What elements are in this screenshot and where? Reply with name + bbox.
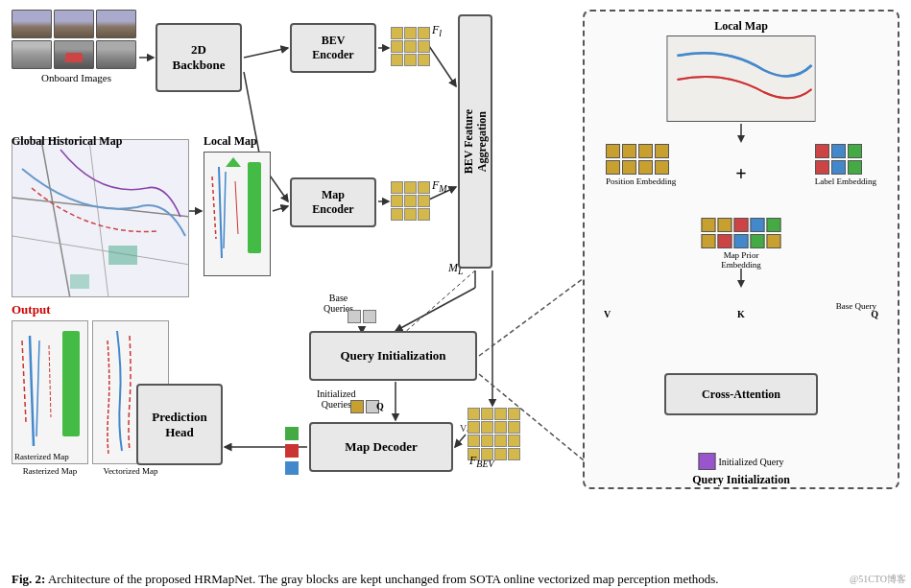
pos-embed-group: Position Embedding <box>606 144 676 186</box>
pe-c8 <box>655 160 669 175</box>
sq-green <box>285 427 299 440</box>
base-cube-1 <box>348 310 361 323</box>
svg-rect-35 <box>62 331 80 436</box>
svg-line-32 <box>235 181 238 234</box>
svg-rect-27 <box>70 274 89 289</box>
pred-head-label: PredictionHead <box>152 410 207 439</box>
map-encoder-label: MapEncoder <box>312 188 353 217</box>
pe-c4 <box>655 144 669 158</box>
base-query-cubes <box>348 310 376 323</box>
fbev-label: FBEV <box>469 454 494 469</box>
local-map-small <box>204 152 271 276</box>
le-c2 <box>831 144 846 158</box>
init-query-panel-group: Initialized Query <box>698 453 783 470</box>
global-historical-map <box>12 139 189 297</box>
query-init-box: Query Initialization <box>309 331 477 381</box>
watermark: @51CTO博客 <box>850 573 906 586</box>
main-container: V/K Onboard Images 2DBackbone BEVEncod <box>0 0 911 588</box>
bev-encoder-label: BEVEncoder <box>312 34 353 62</box>
svg-line-47 <box>479 278 584 356</box>
onboard-label: Onboard Images <box>12 72 141 83</box>
le-c5 <box>831 160 846 175</box>
le-c6 <box>848 160 862 175</box>
svg-rect-42 <box>668 36 816 122</box>
query-init-label: Query Initialization <box>340 348 445 364</box>
rasterized-label: Rasterized Map <box>14 452 69 461</box>
cross-attn-box: Cross-Attention <box>664 373 818 415</box>
thumb-3 <box>96 10 136 38</box>
fm-grid <box>391 181 430 221</box>
le-c4 <box>815 160 829 175</box>
init-query-cubes <box>350 400 379 413</box>
thumb-2 <box>54 10 94 38</box>
mp-c1 <box>702 218 716 232</box>
mp-c3 <box>734 218 749 232</box>
svg-line-3 <box>429 46 456 86</box>
pe-c5 <box>606 160 620 175</box>
base-query-label: Base Query <box>836 301 876 311</box>
pe-c2 <box>622 144 636 158</box>
mp-c9 <box>751 234 765 248</box>
thumb-5 <box>54 40 94 69</box>
vectorized-text: Vectorized Map <box>92 466 169 476</box>
backbone-label: 2DBackbone <box>173 42 226 72</box>
label-embed-cubes-row2 <box>815 160 876 175</box>
bev-agg-label: BEV FeatureAggregation <box>462 109 490 174</box>
map-prior-label: Map PriorEmbedding <box>702 250 781 270</box>
svg-rect-26 <box>108 246 137 265</box>
mp-c5 <box>767 218 781 232</box>
pe-c3 <box>638 144 653 158</box>
rasterized-text: Rasterized Map <box>12 466 88 476</box>
cross-attn-label: Cross-Attention <box>702 388 780 402</box>
label-embed-label: Label Embedding <box>815 176 876 186</box>
fbev-grid <box>467 408 520 460</box>
caption-text: Architecture of the proposed HRMapNet. T… <box>45 572 718 586</box>
k-label: K <box>737 309 745 319</box>
mp-c8 <box>734 234 749 248</box>
svg-line-25 <box>12 236 189 265</box>
label-embed-group: Label Embedding <box>815 144 876 186</box>
rasterized-map: Rasterized Map <box>12 320 88 464</box>
sq-blue <box>285 461 299 475</box>
pos-embed-cubes-row1 <box>606 144 676 158</box>
map-prior-cubes-row2 <box>702 234 781 248</box>
pred-squares <box>285 427 299 475</box>
svg-rect-28 <box>248 162 261 253</box>
map-decoder-box: Map Decoder <box>309 422 453 472</box>
mp-c10 <box>767 234 781 248</box>
dashed-panel: Local Map <box>583 10 899 489</box>
fm-label: FM <box>432 178 447 194</box>
map-prior-group: Map PriorEmbedding <box>702 218 781 270</box>
map-encoder-box: MapEncoder <box>290 177 376 227</box>
q-label-main: Q <box>376 401 384 412</box>
svg-line-29 <box>219 167 222 258</box>
plus-sign: + <box>735 163 746 185</box>
map-labels: Rasterized Map Vectorized Map <box>12 466 189 476</box>
caption: Fig. 2: Architecture of the proposed HRM… <box>12 570 885 589</box>
diagram: V/K Onboard Images 2DBackbone BEVEncod <box>12 10 899 508</box>
svg-marker-46 <box>737 280 745 288</box>
svg-line-18 <box>455 435 466 447</box>
label-embed-cubes-row1 <box>815 144 876 158</box>
svg-line-30 <box>224 172 226 248</box>
pred-head-box: PredictionHead <box>136 384 223 465</box>
svg-line-11 <box>396 288 475 331</box>
sq-red <box>285 444 299 458</box>
le-c1 <box>815 144 829 158</box>
fig-label: Fig. 2: <box>12 572 45 586</box>
global-map-title: Global Historical Map <box>12 134 122 149</box>
svg-line-1 <box>244 48 288 58</box>
panel-local-map <box>667 35 816 122</box>
mp-c7 <box>718 234 732 248</box>
pos-embed-cubes-row2 <box>606 160 676 175</box>
thumb-1 <box>12 10 52 38</box>
map-decoder-label: Map Decoder <box>345 439 417 455</box>
v-label: V <box>604 309 611 319</box>
svg-line-24 <box>89 140 108 297</box>
global-map-svg <box>12 140 189 297</box>
pos-embed-label: Position Embedding <box>606 176 676 186</box>
panel-arrow-1 <box>731 124 751 143</box>
local-map-svg <box>204 153 271 276</box>
panel-local-map-title: Local Map <box>714 19 768 34</box>
thumb-4 <box>12 40 52 69</box>
